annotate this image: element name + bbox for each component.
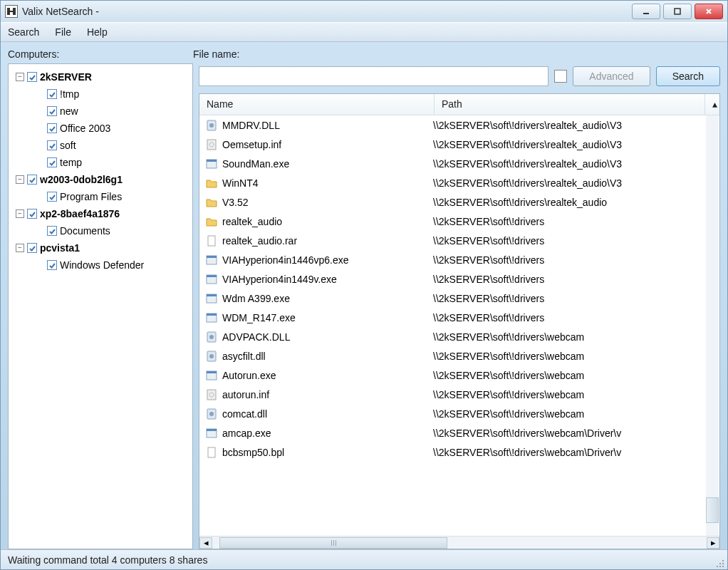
tree-label: temp [60, 157, 82, 168]
tree-checkbox[interactable] [47, 140, 57, 150]
exe-icon [205, 427, 218, 440]
tree-node[interactable]: Windows Defender [11, 256, 189, 274]
svg-point-29 [209, 412, 214, 416]
tree-node[interactable]: −xp2-8baef4a1876 [11, 205, 189, 222]
file-path: \\2kSERVER\soft\!drivers\webcam [433, 389, 719, 400]
column-name-header[interactable]: Name [199, 94, 435, 115]
result-row[interactable]: Autorun.exe\\2kSERVER\soft\!drivers\webc… [199, 366, 719, 385]
file-path: \\2kSERVER\soft\!drivers\webcam [433, 408, 719, 420]
tree-label: Windows Defender [60, 259, 144, 271]
file-name: ADVPACK.DLL [222, 331, 433, 343]
exe-icon [205, 311, 218, 324]
result-row[interactable]: amcap.exe\\2kSERVER\soft\!drivers\webcam… [199, 423, 719, 442]
tree-node[interactable]: −pcvista1 [11, 239, 189, 256]
main-row: −2kSERVER!tmpnewOffice 2003softtemp−w200… [8, 63, 720, 549]
tree-checkbox[interactable] [47, 226, 57, 236]
result-row[interactable]: V3.52\\2kSERVER\soft\!drivers\realtek_au… [199, 192, 719, 212]
tree-node[interactable]: temp [11, 154, 189, 171]
vertical-scrollbar[interactable] [706, 115, 719, 536]
result-row[interactable]: VIAHyperion4in1446vp6.exe\\2kSERVER\soft… [199, 250, 719, 269]
result-row[interactable]: SoundMan.exe\\2kSERVER\soft\!drivers\rea… [199, 154, 719, 173]
tree-checkbox[interactable] [47, 89, 57, 99]
svg-rect-11 [208, 236, 215, 246]
tree-node[interactable]: !tmp [11, 86, 189, 103]
svg-rect-13 [207, 256, 217, 258]
tree-checkbox[interactable] [47, 157, 57, 167]
filename-input[interactable] [199, 66, 548, 86]
right-panel: Advanced Search Name Path ▴ MMDRV.DLL\\2… [199, 63, 720, 549]
tree-checkbox[interactable] [27, 243, 37, 253]
tree-node[interactable]: Documents [11, 222, 189, 239]
result-row[interactable]: realtek_audio\\2kSERVER\soft\!drivers [199, 212, 719, 231]
app-icon [5, 5, 18, 18]
tree-toggle-icon[interactable]: − [16, 209, 24, 218]
file-name: MMDRV.DLL [222, 120, 433, 131]
h-scroll-thumb[interactable] [219, 537, 447, 549]
scroll-left-icon[interactable]: ◂ [199, 537, 212, 549]
tree-toggle-icon[interactable]: − [16, 73, 24, 81]
tree-node[interactable]: Office 2003 [11, 120, 189, 137]
tree-label: 2kSERVER [40, 71, 92, 83]
tree-toggle-icon[interactable]: − [16, 244, 24, 252]
tree-node[interactable]: −w2003-0dob2l6g1 [11, 171, 189, 188]
menu-help[interactable]: Help [87, 26, 108, 38]
result-row[interactable]: WinNT4\\2kSERVER\soft\!drivers\realtek_a… [199, 173, 719, 192]
computers-label: Computers: [8, 48, 193, 60]
result-row[interactable]: MMDRV.DLL\\2kSERVER\soft\!drivers\realte… [199, 115, 719, 135]
svg-rect-17 [207, 294, 217, 296]
results-body[interactable]: MMDRV.DLL\\2kSERVER\soft\!drivers\realte… [199, 115, 719, 536]
file-path: \\2kSERVER\soft\!drivers [433, 312, 719, 323]
result-row[interactable]: bcbsmp50.bpl\\2kSERVER\soft\!drivers\web… [199, 442, 719, 462]
tree-node[interactable]: −2kSERVER [11, 68, 189, 86]
tree-toggle-icon[interactable]: − [16, 175, 24, 184]
tree-checkbox[interactable] [27, 175, 37, 185]
titlebar[interactable]: Valix NetSearch - [1, 1, 727, 22]
advanced-button[interactable]: Advanced [573, 66, 650, 86]
result-row[interactable]: Wdm A399.exe\\2kSERVER\soft\!drivers [199, 289, 719, 308]
exe-icon [205, 273, 218, 286]
result-row[interactable]: Oemsetup.inf\\2kSERVER\soft\!drivers\rea… [199, 135, 719, 154]
column-path-header[interactable]: Path [435, 94, 705, 115]
file-path: \\2kSERVER\soft\!drivers\realtek_audio\V… [433, 120, 719, 131]
svg-point-33 [722, 560, 724, 561]
search-option-checkbox[interactable] [554, 70, 567, 83]
tree-label: pcvista1 [40, 242, 80, 254]
file-path: \\2kSERVER\soft\!drivers [433, 254, 719, 266]
resize-grip-icon[interactable] [714, 558, 724, 568]
tree-checkbox[interactable] [27, 209, 37, 219]
tree-label: xp2-8baef4a1876 [40, 208, 120, 219]
h-scroll-track[interactable] [212, 537, 707, 549]
menu-file[interactable]: File [55, 26, 71, 38]
result-row[interactable]: realtek_audio.rar\\2kSERVER\soft\!driver… [199, 231, 719, 250]
file-name: autorun.inf [222, 389, 433, 400]
menu-search[interactable]: Search [8, 26, 39, 38]
results-header: Name Path ▴ [199, 94, 719, 115]
svg-rect-7 [207, 140, 216, 150]
scroll-right-icon[interactable]: ▸ [707, 537, 719, 549]
svg-rect-4 [675, 9, 680, 14]
close-button[interactable] [695, 4, 723, 19]
computers-tree-panel[interactable]: −2kSERVER!tmpnewOffice 2003softtemp−w200… [8, 63, 193, 549]
tree-node[interactable]: Program Files [11, 188, 189, 205]
tree-checkbox[interactable] [47, 260, 57, 270]
tree-node[interactable]: new [11, 103, 189, 120]
tree-node[interactable]: soft [11, 137, 189, 154]
result-row[interactable]: autorun.inf\\2kSERVER\soft\!drivers\webc… [199, 385, 719, 404]
minimize-button[interactable] [632, 4, 660, 19]
tree-checkbox[interactable] [47, 123, 57, 133]
tree-checkbox[interactable] [27, 72, 37, 82]
tree-checkbox[interactable] [47, 106, 57, 116]
result-row[interactable]: asycfilt.dll\\2kSERVER\soft\!drivers\web… [199, 346, 719, 366]
result-row[interactable]: VIAHyperion4in1449v.exe\\2kSERVER\soft\!… [199, 269, 719, 289]
horizontal-scrollbar[interactable]: ◂ ▸ [199, 536, 719, 549]
result-row[interactable]: ADVPACK.DLL\\2kSERVER\soft\!drivers\webc… [199, 327, 719, 346]
search-button[interactable]: Search [656, 66, 720, 86]
scroll-up-icon[interactable]: ▴ [705, 94, 719, 115]
v-scroll-thumb[interactable] [706, 497, 719, 523]
tree-label: Program Files [60, 191, 122, 202]
result-row[interactable]: WDM_R147.exe\\2kSERVER\soft\!drivers [199, 308, 719, 327]
result-row[interactable]: comcat.dll\\2kSERVER\soft\!drivers\webca… [199, 404, 719, 423]
dll-icon [205, 408, 218, 420]
maximize-button[interactable] [663, 4, 692, 19]
tree-checkbox[interactable] [47, 192, 57, 202]
